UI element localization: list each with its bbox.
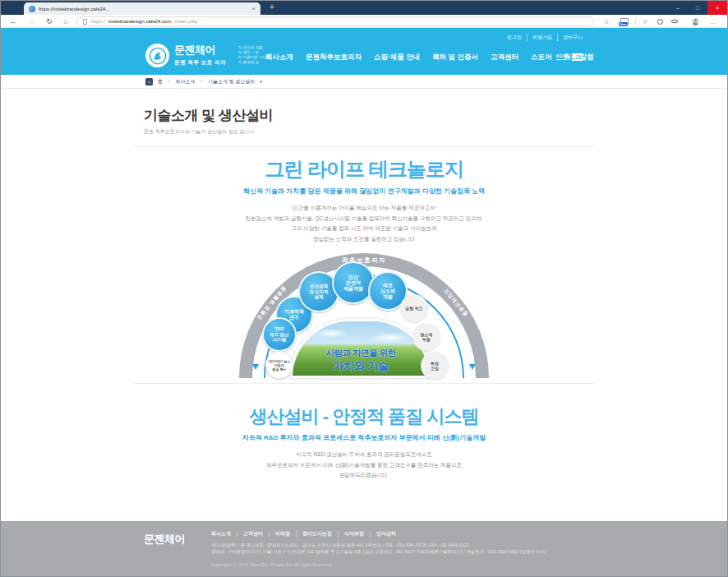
collections-icon[interactable]: New <box>618 15 631 28</box>
window-controls: – □ × <box>668 1 727 15</box>
browser-tab[interactable]: https://insitebrandesign.cafe24... × <box>24 2 260 15</box>
nav-shopping[interactable]: 쇼핑·제품 안내 <box>374 53 420 62</box>
close-button[interactable]: × <box>707 1 727 15</box>
site-header: 로그인 회원가입 장바구니 문젠체어 문젠 척추 보호 의자 더 편안한 호흡 … <box>1 28 727 75</box>
footer-link-company[interactable]: 회사소개 <box>205 530 237 538</box>
avatar-glyph <box>692 18 699 25</box>
diagram-circle-mold: 금형 제조 <box>400 294 428 322</box>
footer-link-language[interactable]: 언어선택 <box>370 530 402 538</box>
address-bar[interactable]: https:// insitebrandesign.cafe24.com /in… <box>76 16 594 26</box>
favorites-star-icon[interactable]: ☆ <box>639 15 651 28</box>
hamburger-bar <box>572 53 583 55</box>
diagram-center-line1: 사람과 자연을 위한 <box>293 348 429 359</box>
page-title: 기술소개 및 생산설비 <box>144 106 597 125</box>
hamburger-menu-icon[interactable] <box>572 53 583 62</box>
footer-link-sitemap[interactable]: 사이트맵 <box>338 530 370 538</box>
sparkle-star-icon[interactable]: ☆ <box>601 15 612 28</box>
footer-copyright: Copyrights © 2015 MoonZen Private firm A… <box>211 562 334 567</box>
footer-links: 회사소개 고객센터 이메일 찾아오시는길 사이트맵 언어선택 <box>205 530 402 538</box>
nav-store[interactable]: 스토어 <box>531 53 552 62</box>
refresh-icon[interactable]: ↻ <box>44 15 55 28</box>
footer-link-directions[interactable]: 찾아오시는길 <box>296 530 338 538</box>
link-glyph <box>671 20 678 23</box>
diagram-center-text: 사람과 자연을 위한 가치와 기술 <box>293 348 429 374</box>
breadcrumb-separator: > <box>200 79 204 84</box>
breadcrumb: ⌂ 홈 > 회사소개 > 기술소개 및 생산설비 ▾ <box>1 75 727 89</box>
breadcrumb-caret-icon[interactable]: ▾ <box>260 79 262 84</box>
breadcrumb-item-company[interactable]: 회사소개 <box>176 78 196 85</box>
forward-icon[interactable]: → <box>25 15 37 28</box>
login-link[interactable]: 로그인 <box>502 34 527 41</box>
browser-toolbar: ← → ↻ ⌂ https:// insitebrandesign.cafe24… <box>1 15 727 28</box>
arrow-down-icon <box>469 364 476 370</box>
share-link-icon[interactable] <box>669 15 680 28</box>
extensions-glyph <box>657 19 663 25</box>
section2-subheading: 지속적 R&D 투자와 효과적 프로세스로 척추보호의자 부문에서 미래 신(新… <box>131 433 597 442</box>
nav-chair[interactable]: 문젠척추보호의자 <box>306 53 362 62</box>
back-icon[interactable]: ← <box>7 15 19 28</box>
browser-window: https://insitebrandesign.cafe24... × + –… <box>0 0 728 577</box>
section1-subheading: 혁신적 기술과 가치를 담은 제품을 위해 끊임없이 연구개발과 다양한 기술접… <box>131 187 597 196</box>
footer-link-support[interactable]: 고객센터 <box>237 530 269 538</box>
logo-badge-icon[interactable] <box>145 44 169 67</box>
url-domain: insitebrandesign.cafe24.com <box>108 19 171 24</box>
section1-paragraph: 인간을 이롭게하는 가치를 핵심으로 하는 제품을 제공하고자 친환경소재 개발… <box>131 203 597 244</box>
diagram-circle-iqc-oqc: IQC/OQC 실시 안정적 품질 확보 <box>265 351 293 379</box>
arrow-down-icon <box>252 364 259 370</box>
utility-links: 로그인 회원가입 장바구니 <box>502 34 587 41</box>
cart-link[interactable]: 장바구니 <box>557 34 587 41</box>
section2-paragraph: 지속적 R&D 생산설비 투자와 효과적 관리운영프로세스로 척추보호의자 부문… <box>131 450 597 481</box>
page-subtitle: 문젠 척추보호의자의 기술과 생산설비 정보 입니다. <box>144 128 597 136</box>
diagram-circle-raw-material: 원소재 부품 <box>412 323 440 351</box>
diagram-center-line2: 가치와 기술 <box>293 359 429 374</box>
home-icon[interactable]: ⌂ <box>60 15 71 28</box>
diagram-circle-qc-system: TAR Q.C 생산 시스템 <box>262 317 297 352</box>
site-favicon-icon <box>29 6 35 12</box>
breadcrumb-item-current[interactable]: 기술소개 및 생산설비 <box>208 78 255 85</box>
nav-support[interactable]: 고객센터 <box>491 53 518 62</box>
toolbar-separator <box>635 18 636 25</box>
breadcrumb-separator: > <box>168 79 171 84</box>
content-area: 기술소개 및 생산설비 문젠 척추보호의자의 기술과 생산설비 정보 입니다. … <box>1 89 727 521</box>
new-tab-button[interactable]: + <box>270 2 274 12</box>
footer-logo: 문젠체어 <box>144 532 185 547</box>
footer-company-info: 제조원(상호) : 문 젠 | 대표 : 문재원 | 소재지 : 경기도 포천시… <box>211 542 546 555</box>
logo-glyph <box>149 47 167 65</box>
nav-patents[interactable]: 특허 및 인증서 <box>432 53 478 62</box>
collections-new-badge: New <box>619 22 628 26</box>
site-footer: 문젠체어 회사소개 고객센터 이메일 찾아오시는길 사이트맵 언어선택 제조원(… <box>1 521 727 577</box>
nav-company[interactable]: 회사소개 <box>265 53 293 62</box>
tab-close-icon[interactable]: × <box>251 6 256 12</box>
diagram-circle-assembly: 측정 조립 <box>421 352 449 380</box>
url-path: /index.php <box>174 19 197 24</box>
divider <box>131 146 597 147</box>
extensions-icon[interactable] <box>654 15 666 28</box>
divider <box>131 383 597 384</box>
tab-title: https://insitebrandesign.cafe24... <box>39 7 248 12</box>
logo-subtitle: 문젠 척추 보호 의자 <box>174 59 226 67</box>
section2-heading: 생산설비 - 안정적 품질 시스템 <box>131 404 597 429</box>
content-inner: 기술소개 및 생산설비 문젠 척추보호의자의 기술과 생산설비 정보 입니다. … <box>131 106 597 481</box>
language-selector[interactable]: KOR <box>556 53 567 60</box>
breadcrumb-home-label[interactable]: 홈 <box>158 78 163 85</box>
logo-text[interactable]: 문젠체어 문젠 척추 보호 의자 <box>174 43 226 67</box>
browser-titlebar: https://insitebrandesign.cafe24... × + –… <box>1 1 727 15</box>
hamburger-bar <box>572 59 583 61</box>
collections-glyph: New <box>620 18 629 25</box>
page-info-icon[interactable] <box>83 19 87 25</box>
minimize-button[interactable]: – <box>668 1 688 15</box>
maximize-button[interactable]: □ <box>688 1 707 15</box>
url-scheme: https:// <box>90 19 105 24</box>
footer-inner: 문젠체어 회사소개 고객센터 이메일 찾아오시는길 사이트맵 언어선택 제조원(… <box>131 521 597 577</box>
footer-link-email[interactable]: 이메일 <box>269 530 296 538</box>
section1-heading: 그린 라이프 테크놀로지 <box>131 156 597 182</box>
profile-avatar-icon[interactable] <box>689 15 701 28</box>
signup-link[interactable]: 회원가입 <box>527 34 557 41</box>
menu-ellipsis-icon[interactable]: … <box>707 15 719 28</box>
hamburger-bar <box>572 57 583 58</box>
diagram-circle-product-dev: 인간 본연적 제품개발 <box>332 261 375 304</box>
logo-title: 문젠체어 <box>174 43 226 58</box>
main-nav: 회사소개 문젠척추보호의자 쇼핑·제품 안내 특허 및 인증서 고객센터 스토어… <box>265 53 594 62</box>
technology-diagram: 척추보호의자 친환경 생활용품 건강개선용품 사람과 자연을 위한 가치와 기술… <box>233 250 495 383</box>
breadcrumb-home-icon[interactable]: ⌂ <box>145 78 153 85</box>
